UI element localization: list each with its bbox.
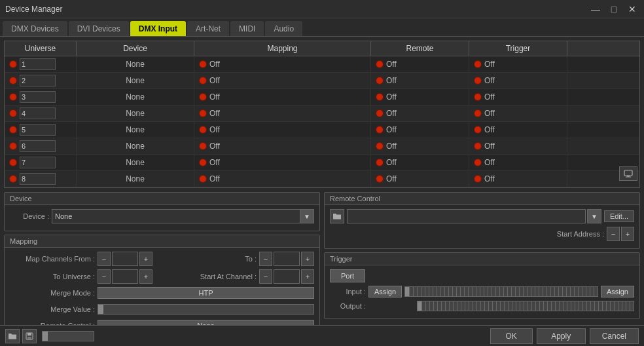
to-universe-input[interactable] xyxy=(112,269,138,284)
mapping-cell: Off xyxy=(194,155,371,170)
device-label: Device : xyxy=(10,212,49,220)
remote-input-row: ▼ Edit... xyxy=(330,209,634,223)
mapping-cell: Off xyxy=(194,138,371,154)
remote-edit-button[interactable]: Edit... xyxy=(604,210,634,222)
bottom-bar-left xyxy=(5,329,486,343)
table-row[interactable]: None Off Off Off xyxy=(5,122,639,138)
merge-value-slider-wrap xyxy=(98,302,314,317)
universe-cell xyxy=(5,171,77,187)
device-cell: None xyxy=(77,122,194,138)
table-row[interactable]: None Off Off Off xyxy=(5,155,639,171)
remote-file-input[interactable] xyxy=(347,209,586,223)
start-address-decrement[interactable]: − xyxy=(607,227,620,241)
trigger-cell: Off xyxy=(469,73,567,88)
merge-mode-row: Merge Mode : HTP xyxy=(10,287,314,299)
to-universe-decrement[interactable]: − xyxy=(98,269,111,284)
tabs-bar: DMX Devices DVI Devices DMX Input Art-Ne… xyxy=(0,18,644,37)
remote-folder-button[interactable] xyxy=(330,209,344,223)
device-select[interactable]: None xyxy=(52,209,314,223)
start-at-input[interactable] xyxy=(274,269,300,284)
tab-dmx-devices[interactable]: DMX Devices xyxy=(3,21,67,36)
col-remote: Remote xyxy=(371,41,469,56)
map-to-input[interactable] xyxy=(274,252,300,266)
universe-input[interactable] xyxy=(20,75,56,86)
device-panel-body: Device : None ▼ xyxy=(5,205,319,231)
universe-input[interactable] xyxy=(20,124,56,136)
table-row[interactable]: None Off Off Off xyxy=(5,106,639,122)
map-from-input[interactable] xyxy=(112,252,138,266)
trigger-dot xyxy=(474,94,481,100)
input-slider[interactable] xyxy=(404,286,598,297)
output-slider[interactable] xyxy=(417,301,634,311)
tab-midi[interactable]: MIDI xyxy=(230,21,264,36)
table-row[interactable]: None Off Off Off xyxy=(5,56,639,73)
remote-input-wrap: ▼ xyxy=(347,209,601,223)
col-trigger: Trigger xyxy=(469,41,567,56)
bottom-save-button[interactable] xyxy=(22,329,37,343)
close-button[interactable]: ✕ xyxy=(626,3,639,16)
map-to-decrement[interactable]: − xyxy=(259,252,272,266)
remote-dot xyxy=(376,143,383,149)
to-universe-label: To Universe : xyxy=(10,273,95,280)
device-cell: None xyxy=(77,106,194,121)
tab-audio[interactable]: Audio xyxy=(265,21,302,36)
remote-cell: Off xyxy=(371,56,469,72)
universe-cell xyxy=(5,73,77,88)
assign-input-button[interactable]: Assign xyxy=(368,286,402,298)
ok-button[interactable]: OK xyxy=(490,328,533,344)
assign-input-right-button[interactable]: Assign xyxy=(601,286,634,298)
universe-input[interactable] xyxy=(20,140,56,152)
table-row[interactable]: None Off Off Off xyxy=(5,73,639,89)
table-row[interactable]: None Off Off Off xyxy=(5,89,639,106)
device-cell: None xyxy=(77,171,194,187)
map-channels-label: Map Channels From : xyxy=(10,255,95,263)
start-at-channel-label: Start At Channel : xyxy=(185,273,257,280)
port-row: Port xyxy=(330,269,634,282)
output-label: Output : xyxy=(330,302,366,310)
remote-panel-body: ▼ Edit... Start Address : − + xyxy=(325,205,639,248)
universe-input[interactable] xyxy=(20,58,56,70)
remote-control-panel: Remote Control ▼ Edit... xyxy=(324,192,640,249)
bottom-bar: OK Apply Cancel xyxy=(0,325,644,346)
maximize-button[interactable]: □ xyxy=(607,3,620,16)
merge-mode-button[interactable]: HTP xyxy=(98,287,314,299)
merge-value-slider[interactable] xyxy=(98,304,314,315)
remote-dot xyxy=(376,94,383,100)
table-row[interactable]: None Off Off Off xyxy=(5,171,639,187)
tab-dvi-devices[interactable]: DVI Devices xyxy=(69,21,129,36)
mapping-cell: Off xyxy=(194,122,371,138)
monitor-button[interactable] xyxy=(619,166,637,181)
svg-rect-0 xyxy=(624,170,632,176)
mapping-dot xyxy=(200,143,206,149)
start-at-decrement[interactable]: − xyxy=(259,269,272,284)
universe-input[interactable] xyxy=(20,173,56,185)
universe-input[interactable] xyxy=(20,91,56,103)
cancel-button[interactable]: Cancel xyxy=(590,328,639,344)
map-from-increment[interactable]: + xyxy=(139,252,152,266)
port-button[interactable]: Port xyxy=(330,269,365,282)
map-to-increment[interactable]: + xyxy=(301,252,314,266)
map-from-spinner: − + xyxy=(98,252,152,266)
to-universe-increment[interactable]: + xyxy=(139,269,152,284)
mapping-cell: Off xyxy=(194,73,371,88)
bottom-folder-button[interactable] xyxy=(5,329,20,343)
tab-dmx-input[interactable]: DMX Input xyxy=(130,21,186,36)
map-from-decrement[interactable]: − xyxy=(98,252,111,266)
remote-dot xyxy=(376,77,383,84)
start-address-increment[interactable]: + xyxy=(621,227,634,241)
remote-dot xyxy=(376,61,383,67)
minimize-button[interactable]: — xyxy=(589,3,602,16)
status-dot xyxy=(10,110,16,117)
table-row[interactable]: None Off Off Off xyxy=(5,138,639,155)
start-at-increment[interactable]: + xyxy=(301,269,314,284)
trigger-cell: Off xyxy=(469,122,567,138)
apply-button[interactable]: Apply xyxy=(537,328,586,344)
merge-value-row: Merge Value : xyxy=(10,302,314,317)
universe-input[interactable] xyxy=(20,157,56,168)
tab-art-net[interactable]: Art-Net xyxy=(187,21,229,36)
universe-input[interactable] xyxy=(20,107,56,119)
remote-panel-title: Remote Control xyxy=(325,193,639,205)
bottom-slider[interactable] xyxy=(42,331,94,341)
status-dot xyxy=(10,159,16,166)
remote-cell: Off xyxy=(371,155,469,170)
